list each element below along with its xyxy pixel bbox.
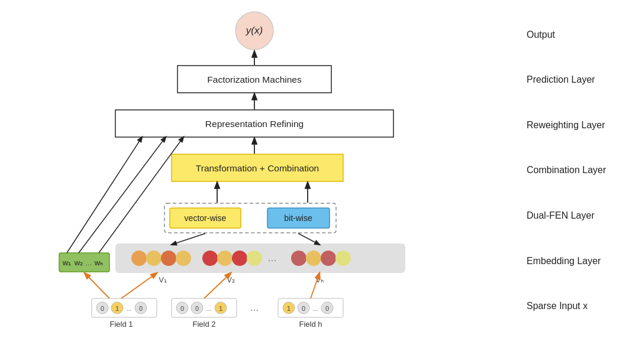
svg-text:y(x): y(x): [246, 25, 263, 36]
svg-line-70: [67, 137, 142, 253]
svg-point-20: [146, 251, 162, 266]
svg-text:Representation Refining: Representation Refining: [205, 119, 304, 129]
dual-fen-label: Dual-FEN Layer: [527, 210, 633, 221]
sparse-input-label: Sparse Input x: [527, 300, 633, 311]
svg-text:0: 0: [180, 305, 184, 312]
svg-text:w₂: w₂: [74, 258, 83, 267]
svg-point-21: [161, 251, 176, 266]
svg-text:0: 0: [302, 305, 305, 312]
svg-text:Field 2: Field 2: [192, 320, 215, 329]
svg-text:...: ...: [267, 252, 276, 264]
svg-text:1: 1: [115, 305, 119, 312]
svg-text:...: ...: [126, 305, 131, 312]
svg-line-76: [85, 273, 109, 298]
reweighting-label: Reweighting Layer: [527, 119, 633, 131]
svg-text:0: 0: [101, 305, 104, 312]
svg-line-72: [99, 137, 183, 253]
svg-text:0: 0: [195, 305, 199, 312]
embedding-label: Embedding Layer: [527, 255, 633, 266]
svg-point-31: [335, 251, 351, 266]
svg-point-26: [247, 251, 262, 266]
svg-point-30: [321, 251, 336, 266]
svg-text:V₁: V₁: [159, 275, 167, 284]
diagram-container: y(x) Factorization Machines Representati…: [0, 0, 639, 364]
svg-point-19: [131, 251, 147, 266]
prediction-label: Prediction Layer: [527, 74, 633, 85]
svg-text:1: 1: [219, 305, 222, 312]
svg-text:vector-wise: vector-wise: [185, 213, 227, 223]
svg-text:wₕ: wₕ: [94, 258, 103, 267]
svg-text:...: ...: [86, 258, 92, 267]
svg-point-23: [202, 251, 218, 266]
svg-point-29: [306, 251, 321, 266]
svg-point-24: [217, 251, 233, 266]
combination-label: Combination Layer: [527, 164, 633, 176]
layer-labels: Output Prediction Layer Reweighting Laye…: [521, 0, 639, 364]
svg-line-36: [298, 233, 320, 245]
svg-text:bit-wise: bit-wise: [284, 213, 312, 223]
svg-text:0: 0: [325, 305, 329, 312]
svg-text:...: ...: [312, 305, 318, 312]
svg-text:Field h: Field h: [299, 320, 322, 329]
svg-text:Transformation + Combination: Transformation + Combination: [196, 163, 319, 173]
diagram-area: y(x) Factorization Machines Representati…: [0, 0, 521, 364]
svg-text:V₂: V₂: [227, 275, 235, 284]
svg-text:Factorization Machines: Factorization Machines: [207, 74, 302, 84]
svg-line-71: [79, 137, 166, 253]
svg-point-25: [232, 251, 247, 266]
svg-line-35: [172, 233, 205, 245]
svg-line-73: [121, 273, 157, 298]
svg-text:Field 1: Field 1: [109, 320, 133, 329]
output-label: Output: [527, 29, 633, 40]
svg-point-28: [291, 251, 306, 266]
svg-line-74: [204, 273, 231, 298]
svg-text:1: 1: [287, 305, 291, 312]
svg-text:...: ...: [250, 301, 259, 313]
svg-point-22: [176, 251, 191, 266]
svg-text:w₁: w₁: [62, 258, 71, 267]
svg-text:...: ...: [206, 305, 211, 312]
svg-text:0: 0: [139, 305, 143, 312]
